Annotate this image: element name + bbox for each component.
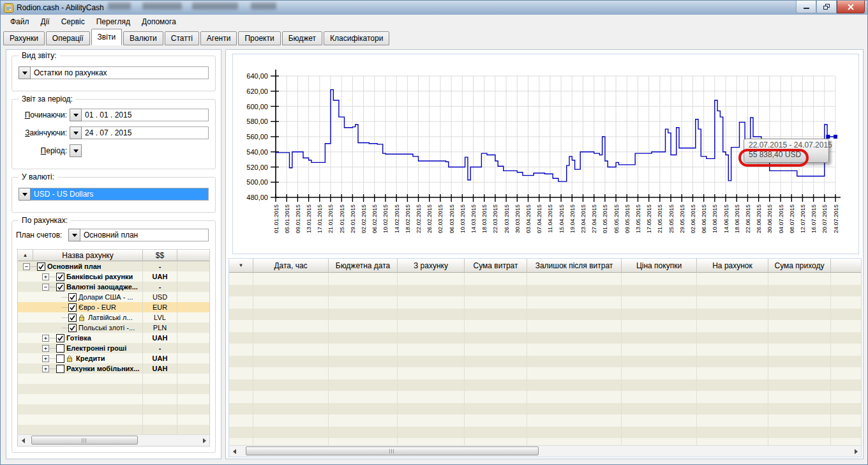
period-preset-label: Період: [13,146,67,155]
x-tick-label: 22.03.2015 [492,204,498,233]
accounts-group-label: По рахунках: [19,216,71,225]
table-scroll-thumb[interactable] [246,446,539,455]
table-horizontal-scrollbar[interactable] [229,445,861,457]
tree-scroll-thumb[interactable] [31,436,137,445]
tree-row--[interactable]: +Електронні гроші- [18,343,209,353]
menu-item-2[interactable]: Дії [35,16,56,27]
table-sort-header[interactable]: ▼ [229,259,253,273]
restore-button[interactable] [816,1,837,13]
tree-row--[interactable]: Долари США - ...USD [18,292,209,302]
tab-9[interactable]: Класифікатори [324,31,389,45]
report-type-dropdown-button[interactable] [19,66,31,79]
period-start-dropdown-button[interactable] [70,109,82,121]
menubar: ФайлДіїСервісПереглядДопомога [1,15,868,28]
collapse-icon[interactable]: − [23,263,30,270]
collapse-icon[interactable]: − [42,284,49,291]
tree-horizontal-scrollbar[interactable] [18,434,209,446]
tree-row--eur[interactable]: Євро - EUREUR [18,302,209,312]
table-cell [768,356,831,368]
tree-row--[interactable]: −Основний план- [18,261,209,271]
x-tick-label: 10.03.2015 [460,204,466,233]
tree-empty-cell [18,394,143,404]
table-cell [229,285,253,297]
period-start-label: Починаючи: [13,111,67,119]
table-cell [465,403,527,415]
table-header-1[interactable]: Дата, час [253,259,329,273]
checkbox-checked[interactable] [68,314,77,322]
plan-value[interactable]: Основний план [80,229,209,241]
period-end-dropdown-button[interactable] [70,126,82,139]
expand-icon[interactable]: + [42,345,49,352]
table-header-4[interactable]: Сума витрат [465,259,527,273]
table-header-5[interactable]: Залишок після витрат [527,259,622,273]
checkbox-checked[interactable] [56,283,64,291]
tree-row--[interactable]: Польські злоті -...PLN [18,323,209,333]
expand-icon[interactable]: + [42,355,49,362]
tree-row--[interactable]: −Валютні заощадже...- [18,282,209,292]
tab-7[interactable]: Проекти [238,31,280,45]
period-start-value[interactable]: 01 . 01 . 2015 [82,109,209,121]
menu-item-4[interactable]: Перегляд [91,16,136,27]
tree-name-header[interactable]: Назва рахунку [33,250,143,261]
menu-item-5[interactable]: Допомога [136,16,182,27]
checkbox-unchecked[interactable] [56,354,64,363]
expand-icon[interactable]: + [42,273,49,280]
tab-8[interactable]: Бюджет [282,31,322,45]
tree-row--[interactable]: Латвійські л...LVL [18,312,209,323]
menu-item-3[interactable]: Сервіс [56,16,91,27]
plan-dropdown-button[interactable] [68,229,80,241]
checkbox-checked[interactable] [56,334,64,342]
x-tick-label: 17.05.2015 [646,204,652,233]
tree-sort-header[interactable]: ▲ [18,250,33,261]
table-scroll-right-arrow[interactable] [851,446,861,457]
tree-empty-row [18,394,209,404]
tab-5[interactable]: Статті [165,31,199,45]
menu-item-1[interactable]: Файл [4,16,35,27]
x-tick-label: 06.02.2015 [371,204,378,233]
tree-scroll-right-arrow[interactable] [199,435,209,446]
account-currency: - [143,282,177,292]
checkbox-checked[interactable] [56,273,64,281]
tree-row--[interactable]: +ГотівкаUAH [18,333,209,343]
table-cell [697,320,768,332]
tab-4[interactable]: Валюти [123,31,163,45]
expand-icon[interactable]: + [42,335,49,342]
tree-row--[interactable]: +Банківські рахункиUAH [18,271,209,282]
table-header-6[interactable]: Ціна покупки [622,259,697,273]
currency-dropdown-button[interactable] [19,188,31,201]
tab-6[interactable]: Агенти [200,31,237,45]
checkbox-checked[interactable] [37,263,45,271]
period-preset-dropdown-button[interactable] [70,144,82,157]
balance-chart[interactable]: 640,00620,00600,00580,00560,00540,00520,… [232,54,859,254]
table-scroll-track[interactable] [239,446,851,457]
titlebar[interactable]: Rodion.cash - AbilityCash [1,1,868,15]
period-end-value[interactable]: 24 . 07 . 2015 [82,126,209,139]
tab-3[interactable]: Звіти [91,29,123,45]
checkbox-checked[interactable] [68,324,77,332]
currency-value[interactable]: USD - US Dollars [31,188,209,201]
tree-currency-header[interactable]: $$ [143,250,177,261]
checkbox-unchecked[interactable] [56,365,64,373]
report-type-value[interactable]: Остатки по рахунках [31,66,209,79]
table-header-3[interactable]: З рахунку [398,259,465,273]
selected-point-marker[interactable] [834,135,837,139]
checkbox-checked[interactable] [68,303,77,312]
checkbox-checked[interactable] [68,293,77,301]
table-cell [329,273,398,285]
table-cell [831,438,861,445]
tree-scroll-track[interactable] [28,435,199,446]
tree-scroll-left-arrow[interactable] [18,435,28,446]
table-header-7[interactable]: На рахунок [697,259,768,273]
tree-row--[interactable]: +Рахунки мобільних...UAH [18,363,209,374]
minimize-button[interactable] [796,1,816,13]
close-button[interactable] [837,1,865,13]
expand-icon[interactable]: + [42,365,49,372]
account-name-label: Основний план [47,263,101,270]
checkbox-unchecked[interactable] [56,344,64,353]
tree-row--[interactable]: +КредитиUAH [18,353,209,363]
tab-2[interactable]: Операції [46,31,90,45]
tab-1[interactable]: Рахунки [3,31,45,45]
table-header-8[interactable]: Сума приходу [768,259,831,273]
table-scroll-left-arrow[interactable] [229,446,239,457]
table-header-2[interactable]: Бюджетна дата [329,259,398,273]
